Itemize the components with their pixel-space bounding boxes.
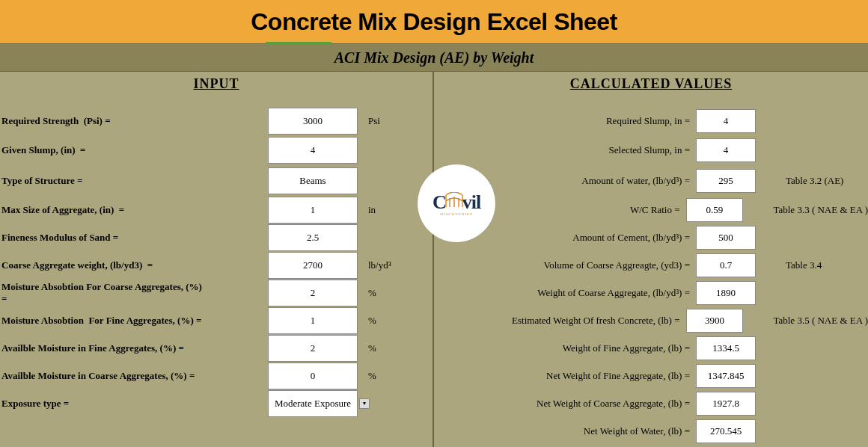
calc-row: Selected Slump, in = 4	[434, 135, 868, 165]
calc-ref: Table 3.3 ( NAE & EA )	[743, 204, 868, 216]
input-label: Required Strength (Psi) =	[0, 115, 202, 127]
input-row: Coarse Aggregate weight, (lb/yd3) = 2700…	[0, 251, 433, 279]
logo-letters-vil: vil	[462, 191, 480, 214]
banner-title: Concrete Mix Design Excel Sheet	[251, 8, 617, 36]
input-label: Availble Moisture in Fine Aggregates, (%…	[0, 342, 202, 354]
calculated-heading: CALCULATED VALUES	[434, 76, 868, 92]
input-row: Moisture Absobtion For Coarse Aggregates…	[0, 279, 433, 306]
input-label: Type of Structure =	[0, 175, 202, 187]
input-label: Exposure type =	[0, 398, 202, 410]
input-cell-moisture-fine-abs[interactable]: 1	[268, 307, 358, 334]
input-label: Moisture Absobtion For Fine Aggregates, …	[0, 315, 202, 327]
input-unit: lb/yd³	[358, 259, 403, 271]
input-row: Availble Moisture in Fine Aggregates, (%…	[0, 334, 433, 362]
calc-row: Required Slump, in = 4	[434, 107, 868, 135]
input-heading: INPUT	[0, 76, 433, 92]
calc-cell-cement-amount: 500	[696, 226, 756, 250]
input-row: Availble Moisture in Coarse Aggregates, …	[0, 362, 433, 389]
input-unit: %	[358, 342, 403, 354]
input-cell-max-aggregate[interactable]: 1	[268, 197, 358, 223]
bridge-icon	[444, 191, 464, 208]
logo-text: C vil	[433, 191, 480, 214]
calc-ref: Table 3.4	[756, 259, 822, 271]
input-row: Type of Structure = Beams	[0, 165, 433, 196]
input-label: Max Size of Aggregate, (in) =	[0, 204, 202, 216]
calc-cell-net-coarse-weight: 1927.8	[696, 392, 756, 416]
input-cell-avail-moisture-fine[interactable]: 2	[268, 335, 358, 362]
calc-row: Volume of Coarse Aggreagte, (yd3) = 0.7 …	[434, 251, 868, 279]
calc-row: Net Weight of Coarse Aggregate, (lb) = 1…	[434, 389, 868, 417]
calc-label: Volume of Coarse Aggreagte, (yd3) =	[434, 259, 696, 271]
calc-ref: Table 3.2 (AE)	[756, 175, 843, 187]
input-unit: %	[358, 287, 403, 299]
calculated-panel: CALCULATED VALUES Required Slump, in = 4…	[434, 72, 868, 447]
sheet-title-bar: ACI Mix Design (AE) by Weight	[0, 43, 868, 72]
input-row: Moisture Absobtion For Fine Aggregates, …	[0, 306, 433, 334]
input-row: Exposure type = Moderate Exposure ▾	[0, 389, 433, 417]
calc-cell-fine-weight: 1334.5	[696, 336, 756, 360]
calc-row: Amount of water, (lb/yd³) = 295 Table 3.…	[434, 165, 868, 196]
input-cell-avail-moisture-coarse[interactable]: 0	[268, 363, 358, 389]
calc-row: Net Weight of Fine Aggregate, (lb) = 134…	[434, 362, 868, 389]
input-row: Max Size of Aggregate, (in) = 1 in	[0, 196, 433, 223]
logo-badge: C vil DISCOVERIES	[418, 164, 495, 242]
input-cell-required-strength[interactable]: 3000	[268, 108, 358, 135]
input-cell-given-slump[interactable]: 4	[268, 137, 358, 164]
input-cell-coarse-weight[interactable]: 2700	[268, 252, 358, 279]
calc-ref: Table 3.5 ( NAE & EA )	[743, 315, 868, 327]
calc-label: Net Weight of Coarse Aggregate, (lb) =	[434, 398, 696, 410]
input-label: Coarse Aggregate weight, (lb/yd3) =	[0, 259, 202, 271]
sheet-title-text: ACI Mix Design (AE) by Weight	[334, 49, 534, 67]
calc-cell-coarse-volume: 0.7	[696, 253, 756, 277]
input-cell-exposure-type[interactable]: Moderate Exposure	[268, 390, 358, 417]
calc-row: Amount of Cement, (lb/yd³) = 500	[434, 223, 868, 251]
input-label: Moisture Absobtion For Coarse Aggregates…	[0, 281, 202, 305]
calc-label: Required Slump, in =	[434, 115, 696, 127]
input-label: Fineness Modulus of Sand =	[0, 232, 202, 244]
calc-row: W/C Ratio = 0.59 Table 3.3 ( NAE & EA )	[434, 196, 868, 223]
calc-label: Weight of Fine Aggregate, (lb) =	[434, 342, 696, 354]
calc-row: Weight of Coarse Aggregate, (lb/yd³) = 1…	[434, 279, 868, 306]
logo-subtext: DISCOVERIES	[440, 212, 473, 216]
dropdown-icon[interactable]: ▾	[359, 398, 370, 409]
input-label: Availble Moisture in Coarse Aggregates, …	[0, 370, 202, 382]
input-cell-structure-type[interactable]: Beams	[268, 167, 358, 194]
input-unit: %	[358, 370, 403, 382]
calc-cell-water-amount: 295	[696, 169, 756, 193]
calc-cell-net-fine-weight: 1347.845	[696, 364, 756, 388]
content-area: INPUT Required Strength (Psi) = 3000 Psi…	[0, 72, 868, 447]
calc-cell-selected-slump: 4	[696, 138, 756, 162]
input-row: Fineness Modulus of Sand = 2.5	[0, 223, 433, 251]
calc-cell-wc-ratio: 0.59	[686, 198, 744, 222]
input-panel: INPUT Required Strength (Psi) = 3000 Psi…	[0, 72, 434, 447]
calc-cell-required-slump: 4	[696, 109, 756, 133]
banner: Concrete Mix Design Excel Sheet	[0, 0, 868, 43]
calc-cell-fresh-concrete-weight: 3900	[686, 309, 744, 333]
calc-row: Net Weight of Water, (lb) = 270.545	[434, 417, 868, 445]
input-cell-fineness-modulus[interactable]: 2.5	[268, 224, 358, 251]
calc-cell-coarse-weight: 1890	[696, 281, 756, 305]
input-unit: %	[358, 315, 403, 327]
calc-row: Estimated Weight Of fresh Concrete, (lb)…	[434, 306, 868, 334]
calc-label: Net Weight of Water, (lb) =	[434, 425, 696, 437]
input-unit: in	[358, 204, 403, 216]
input-unit: Psi	[358, 115, 403, 127]
input-row: Required Strength (Psi) = 3000 Psi	[0, 107, 433, 135]
calc-label: Net Weight of Fine Aggregate, (lb) =	[434, 370, 696, 382]
calc-label: Selected Slump, in =	[434, 144, 696, 156]
calc-cell-net-water-weight: 270.545	[696, 419, 756, 443]
input-label: Given Slump, (in) =	[0, 144, 202, 156]
input-row: Given Slump, (in) = 4	[0, 135, 433, 165]
calc-label: Estimated Weight Of fresh Concrete, (lb)…	[434, 315, 686, 327]
input-cell-moisture-coarse-abs[interactable]: 2	[268, 280, 358, 306]
calc-row: Weight of Fine Aggregate, (lb) = 1334.5	[434, 334, 868, 362]
calc-label: Weight of Coarse Aggregate, (lb/yd³) =	[434, 287, 696, 299]
